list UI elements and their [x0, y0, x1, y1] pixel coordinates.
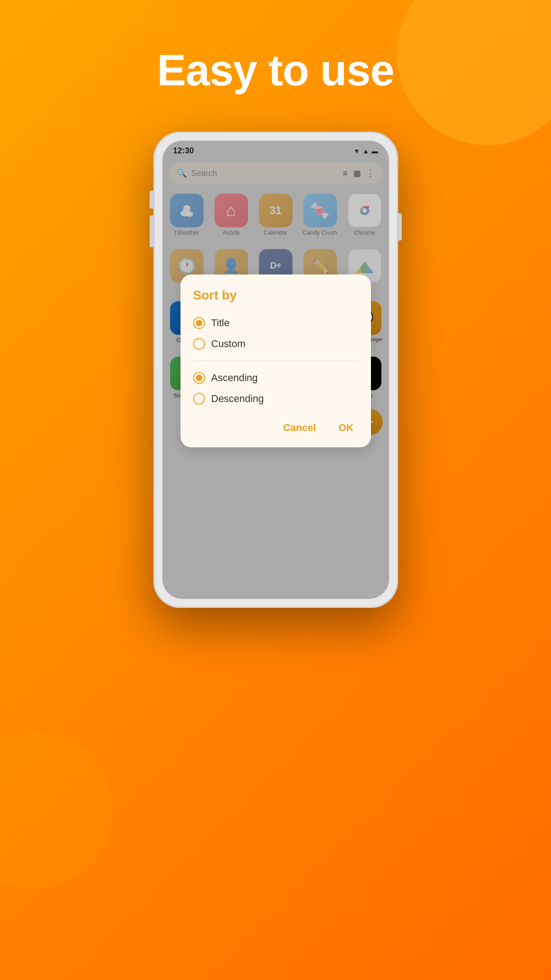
ok-button[interactable]: OK: [334, 419, 358, 436]
cancel-button[interactable]: Cancel: [278, 419, 320, 436]
hero-title: Easy to use: [157, 45, 394, 95]
volume-down-button: [150, 216, 153, 247]
power-button: [398, 213, 402, 240]
radio-option-title[interactable]: Title: [193, 313, 358, 333]
radio-inner-title: [196, 320, 202, 326]
phone-container: 12:30 ▼ ▲ ▬ 🔍 Search ≡ ▦ ⋮: [153, 132, 398, 608]
radio-option-descending[interactable]: Descending: [193, 388, 358, 409]
radio-circle-ascending: [193, 372, 205, 384]
bg-decoration-top-right: [397, 0, 551, 145]
bg-decoration-bottom-left: [0, 730, 113, 889]
radio-circle-title: [193, 317, 205, 329]
radio-label-descending: Descending: [211, 393, 264, 405]
sort-dialog: Sort by Title Custom: [180, 274, 371, 447]
radio-circle-descending: [193, 393, 205, 405]
radio-label-title: Title: [211, 317, 230, 329]
dialog-title: Sort by: [193, 288, 358, 303]
dialog-buttons: Cancel OK: [193, 419, 358, 436]
radio-label-custom: Custom: [211, 338, 246, 350]
phone-frame: 12:30 ▼ ▲ ▬ 🔍 Search ≡ ▦ ⋮: [153, 132, 398, 608]
dialog-divider: [193, 361, 358, 361]
radio-option-ascending[interactable]: Ascending: [193, 368, 358, 388]
phone-screen: 12:30 ▼ ▲ ▬ 🔍 Search ≡ ▦ ⋮: [162, 141, 389, 599]
dialog-overlay: Sort by Title Custom: [162, 141, 389, 599]
radio-label-ascending: Ascending: [211, 372, 258, 384]
radio-option-custom[interactable]: Custom: [193, 333, 358, 354]
radio-circle-custom: [193, 338, 205, 350]
volume-up-button: [150, 191, 153, 209]
radio-inner-ascending: [196, 375, 202, 381]
